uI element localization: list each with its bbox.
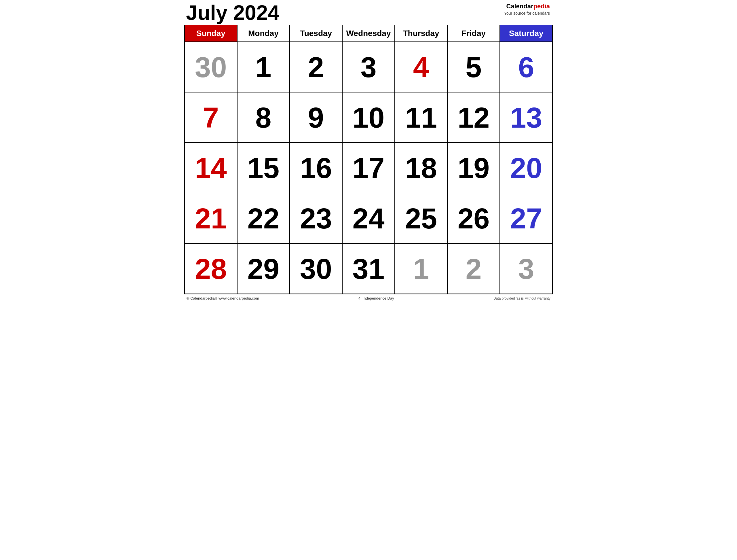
- calendar-cell-w5-d4[interactable]: 31: [342, 243, 395, 294]
- day-number-28-w5: 28: [186, 246, 236, 291]
- day-number-12-w2: 12: [449, 95, 499, 140]
- calendar-cell-w5-d2[interactable]: 29: [237, 243, 290, 294]
- calendar-cell-w5-d1[interactable]: 28: [185, 243, 237, 294]
- header-saturday: Saturday: [500, 25, 552, 42]
- header-monday: Monday: [237, 25, 290, 42]
- day-number-30-w1: 30: [186, 44, 236, 90]
- calendar-cell-w2-d4[interactable]: 10: [342, 92, 395, 143]
- day-number-25-w4: 25: [396, 196, 446, 241]
- calendar-cell-w3-d4[interactable]: 17: [342, 143, 395, 193]
- footer-left: © Calendarpedia® www.calendarpedia.com: [187, 296, 259, 300]
- day-number-11-w2: 11: [396, 95, 446, 140]
- calendar-cell-w1-d4[interactable]: 3: [342, 42, 395, 92]
- week-row-2: 78910111213: [185, 92, 552, 143]
- header-friday: Friday: [447, 25, 500, 42]
- day-number-18-w3: 18: [396, 145, 446, 190]
- day-number-19-w3: 19: [449, 145, 499, 190]
- day-number-20-w3: 20: [501, 145, 551, 190]
- day-number-13-w2: 13: [501, 95, 551, 140]
- calendar-cell-w5-d6[interactable]: 2: [447, 243, 500, 294]
- brand-logo: Calendarpedia Your source for calendars: [504, 2, 550, 16]
- calendar-cell-w4-d3[interactable]: 23: [290, 193, 342, 243]
- calendar-table: Sunday Monday Tuesday Wednesday Thursday…: [184, 25, 553, 294]
- day-number-2-w1: 2: [291, 44, 341, 90]
- calendar-cell-w4-d2[interactable]: 22: [237, 193, 290, 243]
- day-number-26-w4: 26: [449, 196, 499, 241]
- calendar-cell-w4-d1[interactable]: 21: [185, 193, 237, 243]
- week-row-4: 21222324252627: [185, 193, 552, 243]
- brand-name-before-red: Calendar: [506, 3, 533, 10]
- brand-name-red: pedia: [533, 3, 550, 10]
- brand-name: Calendarpedia: [504, 2, 550, 11]
- day-number-31-w5: 31: [344, 246, 393, 291]
- calendar-cell-w2-d2[interactable]: 8: [237, 92, 290, 143]
- calendar-cell-w2-d7[interactable]: 13: [500, 92, 552, 143]
- day-number-2-w5: 2: [449, 246, 499, 291]
- day-number-7-w2: 7: [186, 95, 236, 140]
- header: July 2024 Calendarpedia Your source for …: [184, 0, 553, 25]
- week-row-3: 14151617181920: [185, 143, 552, 193]
- calendar-cell-w4-d6[interactable]: 26: [447, 193, 500, 243]
- calendar-cell-w1-d6[interactable]: 5: [447, 42, 500, 92]
- day-number-1-w1: 1: [239, 44, 289, 90]
- calendar-cell-w5-d7[interactable]: 3: [500, 243, 552, 294]
- calendar-cell-w3-d6[interactable]: 19: [447, 143, 500, 193]
- calendar-cell-w1-d2[interactable]: 1: [237, 42, 290, 92]
- header-wednesday: Wednesday: [342, 25, 395, 42]
- week-row-1: 30123456: [185, 42, 552, 92]
- day-number-22-w4: 22: [239, 196, 289, 241]
- day-number-9-w2: 9: [291, 95, 341, 140]
- day-number-30-w5: 30: [291, 246, 341, 291]
- day-number-6-w1: 6: [501, 44, 551, 90]
- day-number-3-w5: 3: [501, 246, 551, 291]
- day-headers-row: Sunday Monday Tuesday Wednesday Thursday…: [185, 25, 552, 42]
- footer: © Calendarpedia® www.calendarpedia.com 4…: [184, 294, 553, 302]
- header-sunday: Sunday: [185, 25, 237, 42]
- day-number-24-w4: 24: [344, 196, 393, 241]
- calendar-cell-w3-d7[interactable]: 20: [500, 143, 552, 193]
- month-title: July 2024: [186, 2, 279, 23]
- day-number-23-w4: 23: [291, 196, 341, 241]
- calendar-cell-w2-d1[interactable]: 7: [185, 92, 237, 143]
- calendar-cell-w2-d5[interactable]: 11: [395, 92, 447, 143]
- disclaimer-text: Data provided 'as is' without warranty: [493, 296, 550, 300]
- holiday-note: 4: Independence Day: [359, 296, 394, 300]
- day-number-17-w3: 17: [344, 145, 393, 190]
- calendar-cell-w3-d3[interactable]: 16: [290, 143, 342, 193]
- calendar-cell-w3-d5[interactable]: 18: [395, 143, 447, 193]
- calendar-cell-w5-d5[interactable]: 1: [395, 243, 447, 294]
- day-number-27-w4: 27: [501, 196, 551, 241]
- day-number-16-w3: 16: [291, 145, 341, 190]
- day-number-10-w2: 10: [344, 95, 393, 140]
- calendar-cell-w2-d3[interactable]: 9: [290, 92, 342, 143]
- calendar-cell-w3-d1[interactable]: 14: [185, 143, 237, 193]
- brand-tagline: Your source for calendars: [504, 11, 550, 16]
- day-number-5-w1: 5: [449, 44, 499, 90]
- header-tuesday: Tuesday: [290, 25, 342, 42]
- header-thursday: Thursday: [395, 25, 447, 42]
- calendar-cell-w3-d2[interactable]: 15: [237, 143, 290, 193]
- day-number-29-w5: 29: [239, 246, 289, 291]
- day-number-15-w3: 15: [239, 145, 289, 190]
- calendar-cell-w2-d6[interactable]: 12: [447, 92, 500, 143]
- calendar-cell-w1-d5[interactable]: 4: [395, 42, 447, 92]
- day-number-14-w3: 14: [186, 145, 236, 190]
- day-number-3-w1: 3: [344, 44, 393, 90]
- day-number-8-w2: 8: [239, 95, 289, 140]
- calendar-cell-w4-d5[interactable]: 25: [395, 193, 447, 243]
- calendar-cell-w1-d1[interactable]: 30: [185, 42, 237, 92]
- day-number-21-w4: 21: [186, 196, 236, 241]
- calendar-cell-w4-d7[interactable]: 27: [500, 193, 552, 243]
- day-number-1-w5: 1: [396, 246, 446, 291]
- day-number-4-w1: 4: [396, 44, 446, 90]
- week-row-5: 28293031123: [185, 243, 552, 294]
- calendar-cell-w1-d7[interactable]: 6: [500, 42, 552, 92]
- copyright-text: © Calendarpedia® www.calendarpedia.com: [187, 296, 259, 300]
- calendar-cell-w1-d3[interactable]: 2: [290, 42, 342, 92]
- page-wrapper: July 2024 Calendarpedia Your source for …: [184, 0, 553, 302]
- calendar-cell-w4-d4[interactable]: 24: [342, 193, 395, 243]
- calendar-cell-w5-d3[interactable]: 30: [290, 243, 342, 294]
